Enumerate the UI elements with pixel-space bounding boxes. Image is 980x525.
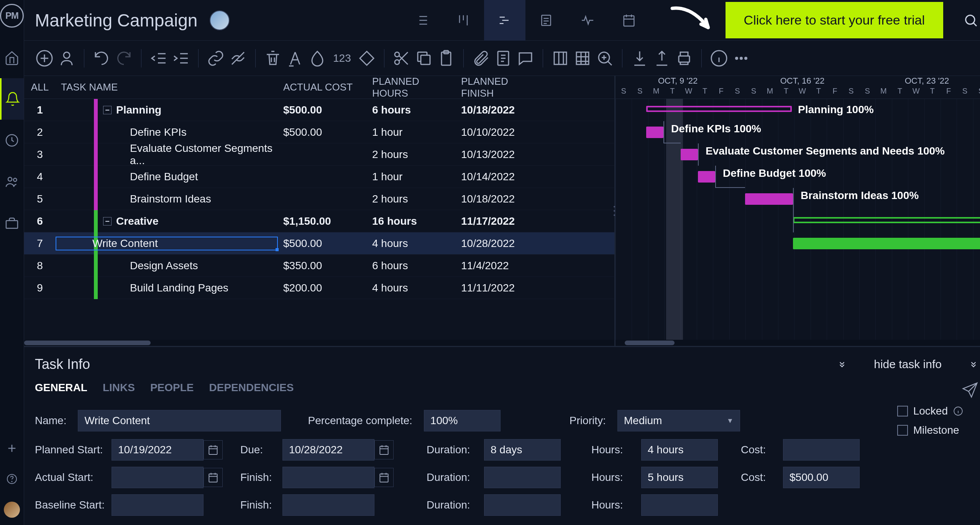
- tool-cut[interactable]: [392, 49, 411, 68]
- collapse-toggle[interactable]: −: [103, 217, 112, 225]
- tool-import[interactable]: [630, 49, 649, 68]
- checkbox-locked[interactable]: Locked: [897, 405, 963, 417]
- cal-actual-start[interactable]: [204, 468, 223, 487]
- input-duration-b[interactable]: [484, 494, 561, 516]
- gantt-bar[interactable]: Define KPIs 100%: [646, 127, 663, 138]
- grid-horizontal-scrollbar[interactable]: [24, 340, 614, 346]
- tool-indent[interactable]: [171, 49, 190, 68]
- table-row[interactable]: 8 Design Assets $350.00 6 hours 11/4/202…: [24, 255, 614, 277]
- gantt-bar[interactable]: Brainstorm Ideas 100%: [745, 193, 793, 205]
- input-duration-a[interactable]: [484, 467, 561, 488]
- input-planned-start[interactable]: 10/19/2022: [112, 439, 204, 461]
- cal-due[interactable]: [374, 440, 394, 459]
- input-hours-p[interactable]: 4 hours: [641, 439, 718, 461]
- tool-delete[interactable]: [263, 49, 282, 68]
- col-planned-finish[interactable]: PLANNED FINISH: [456, 76, 545, 99]
- gantt-bar[interactable]: Define Budget 100%: [698, 171, 715, 183]
- cal-finish-a[interactable]: [374, 468, 394, 487]
- tab-general[interactable]: GENERAL: [35, 382, 87, 398]
- input-cost-a[interactable]: $500.00: [783, 467, 860, 488]
- col-task-name[interactable]: TASK NAME: [56, 81, 278, 93]
- tab-dependencies[interactable]: DEPENDENCIES: [209, 382, 294, 398]
- nav-help[interactable]: [0, 464, 24, 494]
- input-duration-p[interactable]: 8 days: [484, 439, 561, 461]
- search-button[interactable]: [963, 13, 978, 28]
- input-cost-p[interactable]: [783, 439, 860, 461]
- tool-undo[interactable]: [92, 49, 111, 68]
- tool-text-style[interactable]: [286, 49, 305, 68]
- input-actual-start[interactable]: [112, 467, 204, 488]
- input-finish-a[interactable]: [282, 467, 374, 488]
- input-name[interactable]: Write Content: [78, 410, 281, 431]
- tool-attachment[interactable]: [471, 49, 491, 68]
- table-row[interactable]: 9 Build Landing Pages $200.00 4 hours 11…: [24, 277, 614, 299]
- cal-planned-start[interactable]: [204, 440, 223, 459]
- view-calendar[interactable]: [608, 0, 650, 41]
- gantt-bar[interactable]: Planning 100%: [646, 106, 792, 112]
- select-priority[interactable]: Medium ▼: [617, 410, 740, 431]
- tool-more[interactable]: [732, 49, 751, 68]
- col-all[interactable]: ALL: [24, 81, 56, 93]
- tool-notes[interactable]: [494, 49, 513, 68]
- input-hours-b[interactable]: [641, 494, 718, 516]
- collapse-toggle[interactable]: −: [103, 106, 112, 114]
- tool-print[interactable]: [675, 49, 694, 68]
- nav-team[interactable]: [0, 161, 24, 202]
- view-gantt[interactable]: [484, 0, 525, 41]
- input-finish-b[interactable]: [282, 494, 374, 516]
- app-logo[interactable]: PM: [0, 4, 24, 28]
- collapse-down-button[interactable]: [837, 359, 847, 369]
- table-row[interactable]: 5 Brainstorm Ideas 2 hours 10/18/2022: [24, 188, 614, 210]
- nav-portfolio[interactable]: [0, 202, 24, 244]
- project-avatar[interactable]: [210, 10, 230, 30]
- nav-home[interactable]: [0, 37, 24, 78]
- nav-add[interactable]: [0, 433, 24, 464]
- table-row[interactable]: 7 Write Content $500.00 4 hours 10/28/20…: [24, 232, 614, 255]
- collapse-down-button-2[interactable]: [969, 359, 978, 369]
- gantt-bar[interactable]: Writ: [793, 238, 980, 249]
- tool-add[interactable]: [35, 49, 54, 68]
- table-row[interactable]: 4 Define Budget 1 hour 10/14/2022: [24, 166, 614, 188]
- input-pct[interactable]: 100%: [424, 410, 501, 431]
- table-row[interactable]: 2 Define KPIs $500.00 1 hour 10/10/2022: [24, 121, 614, 143]
- input-due[interactable]: 10/28/2022: [282, 439, 374, 461]
- input-baseline-start[interactable]: [112, 494, 204, 516]
- input-hours-a[interactable]: 5 hours: [641, 467, 718, 488]
- gantt-body[interactable]: Planning 100%Define KPIs 100%Evaluate Cu…: [616, 99, 980, 340]
- view-sheet[interactable]: [525, 0, 567, 41]
- tool-color[interactable]: [308, 49, 327, 68]
- tab-links[interactable]: LINKS: [103, 382, 135, 398]
- table-row[interactable]: 3 Evaluate Customer Segments a... 2 hour…: [24, 143, 614, 166]
- tool-info[interactable]: [709, 49, 729, 68]
- free-trial-button[interactable]: Click here to start your free trial: [726, 2, 943, 38]
- tool-grid[interactable]: [573, 49, 592, 68]
- tool-outdent[interactable]: [149, 49, 168, 68]
- view-board[interactable]: [443, 0, 484, 41]
- tab-people[interactable]: PEOPLE: [150, 382, 194, 398]
- tool-percent[interactable]: 123: [330, 49, 354, 68]
- tool-link[interactable]: [206, 49, 225, 68]
- tool-export[interactable]: [652, 49, 671, 68]
- gantt-bar[interactable]: Evaluate Customer Segments and Needs 100…: [681, 149, 698, 160]
- send-button[interactable]: [962, 382, 978, 398]
- view-dashboard[interactable]: [567, 0, 608, 41]
- gantt-bar[interactable]: [793, 217, 980, 223]
- col-planned-hours[interactable]: PLANNED HOURS: [367, 76, 456, 99]
- tool-unlink[interactable]: [228, 49, 248, 68]
- tool-milestone[interactable]: [357, 49, 376, 68]
- tool-zoom[interactable]: [595, 49, 614, 68]
- nav-user-avatar[interactable]: [0, 494, 24, 525]
- view-list[interactable]: [401, 0, 443, 41]
- tool-columns[interactable]: [551, 49, 570, 68]
- tool-redo[interactable]: [114, 49, 133, 68]
- checkbox-milestone[interactable]: Milestone: [897, 424, 963, 436]
- table-row[interactable]: 6 −Creative $1,150.00 16 hours 11/17/202…: [24, 210, 614, 232]
- nav-notifications[interactable]: [0, 78, 24, 120]
- gantt-horizontal-scrollbar[interactable]: [616, 340, 980, 346]
- hide-task-info-label[interactable]: hide task info: [874, 358, 942, 371]
- tool-comments[interactable]: [516, 49, 535, 68]
- nav-recent[interactable]: [0, 120, 24, 161]
- tool-paste[interactable]: [437, 49, 456, 68]
- table-row[interactable]: 1 −Planning $500.00 6 hours 10/18/2022: [24, 99, 614, 121]
- tool-copy[interactable]: [414, 49, 433, 68]
